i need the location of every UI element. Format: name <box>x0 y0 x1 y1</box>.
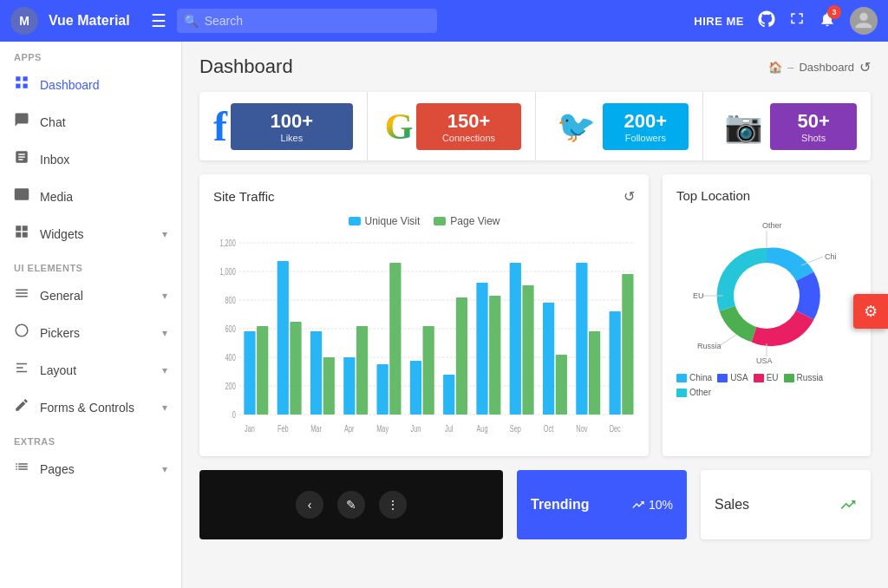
breadcrumb-separator: – <box>787 61 793 74</box>
svg-text:Oct: Oct <box>544 424 554 434</box>
google-card[interactable]: G 150+ Connections <box>368 92 536 160</box>
notification-icon[interactable]: 3 <box>819 10 836 32</box>
legend-other: Other <box>676 388 711 397</box>
hire-me-button[interactable]: HIRE ME <box>694 15 744 28</box>
search-input[interactable] <box>177 9 437 33</box>
sales-trend-icon <box>839 496 857 513</box>
svg-text:May: May <box>376 424 388 434</box>
sidebar-item-general[interactable]: General ▾ <box>0 277 181 314</box>
svg-text:Chi: Chi <box>825 252 837 261</box>
app-logo: M <box>10 7 38 35</box>
menu-icon[interactable]: ☰ <box>151 10 166 31</box>
top-location-card: Top Location <box>663 174 871 456</box>
svg-text:Nov: Nov <box>576 424 588 434</box>
trending-pct: 10% <box>631 498 673 512</box>
sidebar-item-inbox[interactable]: Inbox <box>0 140 181 178</box>
donut-hole <box>734 263 800 329</box>
svg-text:Feb: Feb <box>278 424 289 434</box>
chat-icon <box>14 112 29 132</box>
svg-rect-21 <box>278 261 289 415</box>
svg-text:1,000: 1,000 <box>219 267 235 277</box>
trending-label: Trending <box>531 497 590 513</box>
svg-rect-2 <box>23 76 28 81</box>
sidebar-widgets-label: Widgets <box>40 227 152 241</box>
sidebar: Apps Dashboard Chat Inbox Media <box>0 42 182 588</box>
facebook-logo: f <box>213 102 231 150</box>
trending-card: Trending 10% <box>517 470 687 539</box>
svg-rect-19 <box>244 331 255 415</box>
svg-rect-41 <box>610 311 621 415</box>
svg-text:Russia: Russia <box>697 342 722 350</box>
sidebar-item-chat[interactable]: Chat <box>0 103 181 140</box>
sidebar-dashboard-label: Dashboard <box>40 78 167 92</box>
widgets-arrow-icon: ▾ <box>162 228 167 240</box>
twitter-count: 200+ <box>613 110 679 133</box>
user-avatar[interactable] <box>850 7 878 35</box>
svg-rect-25 <box>343 357 355 415</box>
sidebar-item-pages[interactable]: Pages ▾ <box>0 450 181 487</box>
sidebar-item-media[interactable]: Media <box>0 178 181 215</box>
google-label: Connections <box>427 133 510 143</box>
instagram-count: 50+ <box>780 110 846 133</box>
pages-icon <box>14 459 29 479</box>
media-controls: ‹ ✎ ⋮ <box>296 491 407 519</box>
legend-page-view: Page View <box>434 215 500 227</box>
sidebar-item-pickers[interactable]: Pickers ▾ <box>0 314 181 351</box>
svg-rect-27 <box>377 364 388 415</box>
svg-text:800: 800 <box>225 296 235 305</box>
location-title: Top Location <box>676 188 750 203</box>
svg-text:1,200: 1,200 <box>219 238 235 248</box>
layout-icon <box>14 360 29 380</box>
traffic-card-header: Site Traffic ↺ <box>213 188 635 205</box>
svg-text:Aug: Aug <box>476 424 487 434</box>
charts-row: Site Traffic ↺ Unique Visit Page View <box>199 174 871 456</box>
sidebar-item-layout[interactable]: Layout ▾ <box>0 351 181 389</box>
svg-text:Other: Other <box>762 221 782 230</box>
edit-button[interactable]: ✎ <box>337 491 365 519</box>
legend-russia: Russia <box>784 373 824 382</box>
prev-button[interactable]: ‹ <box>296 491 323 519</box>
sidebar-item-forms[interactable]: Forms & Controls ▾ <box>0 389 181 426</box>
location-card-header: Top Location <box>676 188 857 203</box>
chart-legend: Unique Visit Page View <box>213 215 635 227</box>
facebook-card[interactable]: f 100+ Likes <box>199 92 368 160</box>
google-stats: 150+ Connections <box>416 103 520 150</box>
svg-rect-28 <box>389 263 401 415</box>
svg-text:Sep: Sep <box>510 424 521 434</box>
widgets-icon <box>14 224 29 244</box>
sidebar-pages-label: Pages <box>40 462 152 476</box>
legend-usa: USA <box>717 373 748 382</box>
svg-rect-33 <box>476 283 487 415</box>
page-title: Dashboard <box>199 56 293 78</box>
svg-rect-4 <box>23 84 28 88</box>
more-button[interactable]: ⋮ <box>379 491 407 519</box>
facebook-stats: 100+ Likes <box>231 103 353 150</box>
fab-icon: ⚙ <box>864 302 878 321</box>
app-title: Vue Material <box>49 13 130 29</box>
svg-rect-39 <box>576 263 587 415</box>
fullscreen-icon[interactable] <box>789 11 805 31</box>
forms-icon <box>14 397 29 417</box>
app-header: M Vue Material ☰ 🔍 HIRE ME 3 <box>0 0 888 42</box>
github-icon[interactable] <box>758 10 775 32</box>
sidebar-item-widgets[interactable]: Widgets ▾ <box>0 215 181 252</box>
pickers-arrow-icon: ▾ <box>162 327 167 339</box>
legend-eu: EU <box>754 373 779 382</box>
svg-rect-24 <box>323 357 335 415</box>
search-icon: 🔍 <box>184 14 199 28</box>
refresh-icon[interactable]: ↺ <box>859 59 871 75</box>
sidebar-item-dashboard[interactable]: Dashboard <box>0 66 181 103</box>
fab-settings[interactable]: ⚙ <box>853 294 888 329</box>
sidebar-pickers-label: Pickers <box>40 326 152 340</box>
svg-rect-23 <box>310 331 322 415</box>
svg-rect-36 <box>522 285 533 415</box>
svg-text:0: 0 <box>232 410 236 420</box>
eu-color <box>754 374 764 382</box>
dashboard-icon <box>14 75 29 95</box>
twitter-card[interactable]: 🐦 200+ Followers <box>536 92 704 160</box>
sales-card: Sales <box>701 470 871 539</box>
notification-badge: 3 <box>827 5 841 19</box>
traffic-refresh-icon[interactable]: ↺ <box>624 188 635 205</box>
sales-label: Sales <box>715 497 749 513</box>
instagram-card[interactable]: 📷 50+ Shots <box>703 92 871 160</box>
